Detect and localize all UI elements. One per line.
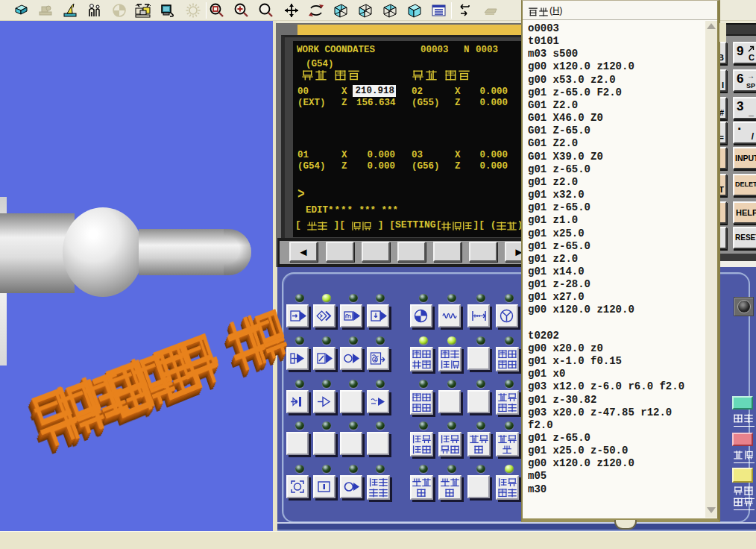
svg-text:4: 4: [374, 357, 377, 363]
